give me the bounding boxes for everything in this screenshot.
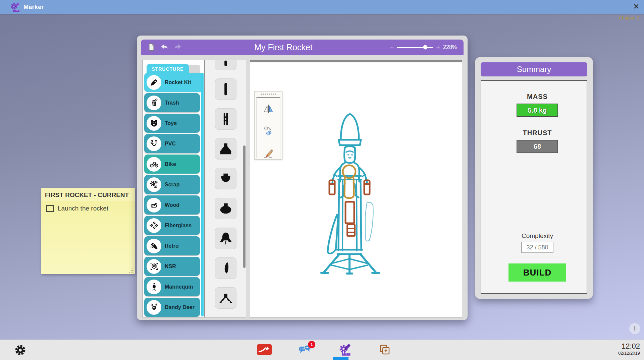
- launch-checkbox[interactable]: [46, 205, 54, 212]
- deer-icon: [147, 300, 161, 315]
- sidebar-item-label: Fiberglass: [165, 223, 192, 229]
- sidebar-item-wood[interactable]: Wood: [144, 195, 200, 215]
- taskbar: 1 12:02 02/12/2019: [0, 340, 644, 360]
- parts-palette: [205, 60, 246, 317]
- part-segment-partial[interactable]: [215, 60, 236, 70]
- sidebar-item-label: Mannequin: [165, 284, 193, 290]
- window-title: My First Rocket: [141, 40, 426, 55]
- complexity-label: Complexity: [488, 232, 587, 240]
- rocket-editor-window: My First Rocket − + 228% STRUCTURE Rocke…: [137, 36, 468, 320]
- rocket-sketch[interactable]: [317, 107, 394, 285]
- parts-scrollbar[interactable]: [243, 145, 246, 268]
- marker-logo-icon: [339, 343, 352, 356]
- rocket-icon: [147, 75, 161, 90]
- sidebar-item-dandy-deer[interactable]: Dandy Deer: [144, 298, 200, 317]
- part-nozzle-flare[interactable]: [215, 138, 236, 160]
- red-app-icon: [257, 344, 272, 355]
- zoom-level: 228%: [443, 44, 457, 50]
- chapter-label: Chapter: 0: [619, 15, 639, 20]
- eraser-tool[interactable]: [262, 147, 274, 158]
- sidebar-item-toys[interactable]: Toys: [144, 114, 200, 133]
- part-fin-blade[interactable]: [215, 257, 236, 279]
- wireframe-cube-icon: [147, 259, 161, 274]
- clone-tool[interactable]: [262, 125, 274, 136]
- sidebar-item-label: Rocket Kit: [165, 79, 191, 85]
- sidebar-item-nsr[interactable]: NSR: [144, 257, 200, 276]
- part-nose-cone-fins[interactable]: [215, 228, 236, 249]
- sidebar-item-label: Retro: [165, 243, 179, 249]
- active-app-indicator: [333, 357, 348, 360]
- zoom-out-button[interactable]: −: [389, 44, 394, 51]
- retro-rocket-icon: [147, 239, 161, 253]
- part-coupler-ladder[interactable]: [215, 108, 236, 130]
- taskbar-app-chat[interactable]: 1: [299, 344, 312, 357]
- sticky-note[interactable]: FIRST ROCKET - CURRENT Launch the rocket: [41, 188, 135, 274]
- part-landing-legs[interactable]: [215, 287, 236, 309]
- bicycle-icon: [147, 157, 161, 172]
- part-body-tube[interactable]: [215, 78, 236, 100]
- sidebar-item-pvc[interactable]: PVC: [144, 134, 200, 153]
- taskbar-clock: 12:02 02/12/2019: [618, 342, 640, 356]
- clock-date: 02/12/2019: [618, 351, 640, 356]
- toolbar-grip[interactable]: [255, 92, 282, 97]
- sidebar-item-label: Trash: [165, 100, 179, 106]
- sidebar-item-retro[interactable]: Retro: [144, 236, 200, 255]
- log-icon: [147, 198, 161, 213]
- summary-panel: Summary MASS 5.8 kg THRUST 68 Complexity…: [475, 57, 593, 299]
- zoom-slider-knob[interactable]: [423, 45, 428, 50]
- info-button[interactable]: i: [629, 323, 640, 334]
- sidebar-item-label: Wood: [165, 202, 179, 208]
- taskbar-app-marker[interactable]: [339, 343, 352, 358]
- thrust-value: 68: [517, 140, 558, 153]
- thrust-label: THRUST: [488, 129, 587, 137]
- settings-gear-icon[interactable]: [15, 345, 26, 356]
- summary-title: Summary: [481, 62, 587, 76]
- sidebar-item-label: Dandy Deer: [165, 304, 195, 310]
- complexity-value: 32 / 580: [521, 242, 553, 253]
- sticky-note-title: FIRST ROCKET - CURRENT: [41, 188, 135, 201]
- app-name: Marker: [23, 4, 44, 11]
- zoom-control: − + 228%: [389, 40, 457, 55]
- pipe-icon: [147, 136, 161, 151]
- design-canvas[interactable]: [250, 60, 462, 317]
- sidebar-item-scrap[interactable]: Scrap: [144, 175, 200, 194]
- copy-plus-icon: [379, 344, 391, 356]
- mannequin-icon: [147, 280, 161, 294]
- build-button[interactable]: BUILD: [508, 263, 566, 282]
- taskbar-app-copy[interactable]: [379, 344, 391, 357]
- part-capsule-pod[interactable]: [215, 198, 236, 219]
- sidebar-scrollbar[interactable]: [201, 73, 204, 316]
- launch-task-label: Launch the rocket: [58, 205, 108, 212]
- mass-value: 5.8 kg: [517, 104, 558, 117]
- sidebar-item-label: NSR: [165, 263, 176, 269]
- trash-icon: [147, 96, 161, 110]
- zoom-slider[interactable]: [397, 47, 433, 48]
- flip-horizontal-tool[interactable]: [262, 104, 274, 114]
- summary-body: MASS 5.8 kg THRUST 68 Complexity 32 / 58…: [481, 80, 587, 294]
- weave-icon: [147, 218, 161, 233]
- top-bar: Marker ✕: [0, 0, 644, 14]
- sidebar-item-trash[interactable]: Trash: [144, 93, 200, 112]
- marker-logo-icon: [10, 2, 21, 12]
- sidebar-item-rocket-kit[interactable]: Rocket Kit: [144, 73, 203, 92]
- sidebar-item-label: Bike: [165, 161, 176, 167]
- sidebar-item-label: Scrap: [165, 182, 179, 188]
- teddy-bear-icon: [147, 116, 161, 131]
- close-icon[interactable]: ✕: [633, 2, 639, 11]
- sidebar-item-fiberglass[interactable]: Fiberglass: [144, 216, 200, 235]
- part-engine-bell[interactable]: [215, 168, 236, 189]
- notification-badge: 1: [308, 341, 315, 348]
- sidebar-item-bike[interactable]: Bike: [144, 155, 200, 174]
- gears-icon: [147, 177, 161, 192]
- clock-time: 12:02: [618, 342, 640, 351]
- sidebar-item-mannequin[interactable]: Mannequin: [144, 277, 200, 296]
- zoom-in-button[interactable]: +: [436, 44, 440, 51]
- sidebar-item-label: Toys: [165, 120, 177, 126]
- category-sidebar: STRUCTURE Rocket Kit Trash: [142, 60, 205, 317]
- mass-label: MASS: [488, 93, 587, 101]
- canvas-mini-toolbar: [254, 91, 282, 160]
- note-resize-grip[interactable]: [132, 272, 133, 273]
- taskbar-app-red[interactable]: [257, 344, 272, 357]
- sidebar-item-label: PVC: [165, 141, 176, 147]
- window-title-bar: My First Rocket − + 228%: [141, 40, 464, 55]
